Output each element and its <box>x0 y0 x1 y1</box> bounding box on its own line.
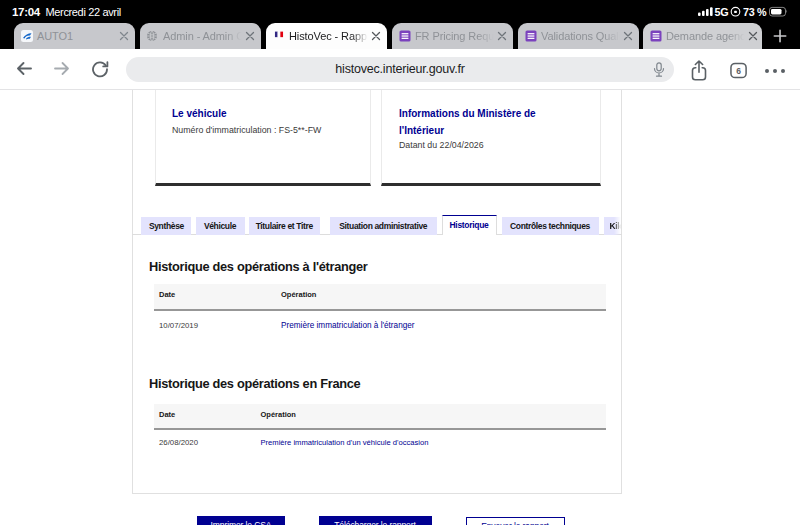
svg-text:73 %: 73 % <box>743 6 767 18</box>
svg-text:6: 6 <box>736 65 741 75</box>
svg-text:5G: 5G <box>714 6 728 18</box>
